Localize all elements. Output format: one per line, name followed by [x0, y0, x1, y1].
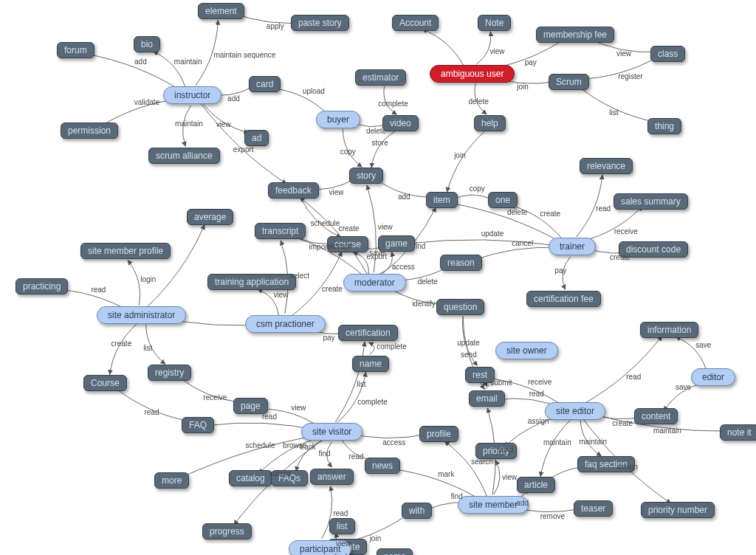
node-element[interactable]: element [198, 3, 244, 19]
node-more[interactable]: more [154, 472, 189, 489]
node-help[interactable]: help [474, 115, 506, 131]
node-scrum[interactable]: Scrum [549, 74, 589, 90]
edge-label-site_editor-faq_section: maintain [579, 438, 607, 446]
node-catalog[interactable]: catalog [229, 470, 272, 486]
edge-amb_user-help [475, 83, 487, 114]
node-with[interactable]: with [402, 503, 432, 519]
node-news[interactable]: news [365, 458, 400, 474]
node-site_admin[interactable]: site administrator [97, 306, 186, 324]
edge-moderator-story [367, 185, 376, 272]
node-practicing[interactable]: practicing [16, 278, 68, 294]
node-pri_number[interactable]: priority number [641, 502, 715, 518]
node-page[interactable]: page [233, 398, 268, 414]
edge-editor-content [664, 383, 704, 411]
node-note_it[interactable]: note it [720, 424, 756, 441]
node-csm_pract[interactable]: csm practioner [245, 315, 326, 333]
node-information[interactable]: information [640, 322, 698, 338]
edge-estimator-video [384, 86, 396, 114]
node-editor[interactable]: editor [691, 368, 735, 386]
node-transcript[interactable]: transcript [255, 223, 306, 239]
node-train_app[interactable]: training application [207, 274, 296, 290]
node-certification[interactable]: certification [338, 325, 398, 341]
edge-label-help-item: join [454, 151, 466, 159]
node-site_member[interactable]: site member [458, 496, 529, 514]
edge-label-editor-content: save [676, 383, 691, 391]
node-faqs[interactable]: FAQs [271, 470, 308, 486]
edge-label-membership-class: view [616, 49, 631, 58]
node-content[interactable]: content [634, 408, 678, 424]
edge-label-moderator-game: access [392, 263, 415, 271]
edge-label-amb_user-membership: pay [525, 58, 537, 66]
node-sales_sum[interactable]: sales summary [614, 193, 688, 210]
node-site_editor[interactable]: site editor [545, 402, 605, 420]
node-bio[interactable]: bio [134, 36, 160, 52]
edge-trainer-cert_fee [563, 257, 571, 289]
node-progress[interactable]: progress [202, 523, 252, 540]
node-faq[interactable]: FAQ [182, 417, 214, 433]
node-discount[interactable]: discount code [619, 241, 688, 258]
node-item[interactable]: item [426, 192, 458, 208]
node-rest[interactable]: rest [465, 367, 495, 383]
node-teaser[interactable]: teaser [574, 500, 613, 517]
node-game[interactable]: game [378, 235, 415, 252]
node-some_n[interactable]: some [377, 548, 413, 555]
edge-feedback-course_l [300, 197, 341, 238]
node-moderator[interactable]: moderator [343, 274, 406, 292]
node-participant[interactable]: participant [289, 540, 351, 555]
node-note[interactable]: Note [478, 15, 511, 31]
edge-label-moderator-question: identify [412, 300, 436, 308]
node-faq_section[interactable]: faq section [577, 456, 635, 472]
node-video[interactable]: video [382, 115, 419, 131]
edge-instructor-forum [85, 54, 183, 92]
node-course_u[interactable]: Course [83, 375, 127, 391]
node-estimator[interactable]: estimator [355, 69, 406, 86]
node-instructor[interactable]: instructor [163, 86, 221, 104]
node-account[interactable]: Account [392, 15, 439, 31]
edge-story-item [375, 179, 433, 197]
node-card[interactable]: card [249, 76, 281, 92]
node-feedback[interactable]: feedback [268, 182, 319, 199]
edge-label-moderator-reason: delete [418, 278, 438, 286]
node-article[interactable]: article [517, 477, 555, 493]
node-reason[interactable]: reason [440, 255, 482, 271]
edge-label-instructor-feedback: export [233, 145, 254, 154]
node-name[interactable]: name [352, 356, 389, 372]
edge-label-site_member-priority: view [502, 473, 517, 481]
node-ad[interactable]: ad [244, 130, 269, 146]
node-registry[interactable]: registry [148, 365, 191, 381]
edge-label-instructor-scrum_all: maintain [175, 120, 203, 128]
edge-instructor-scrum_all [183, 106, 191, 146]
node-site_visitor[interactable]: site visitor [301, 423, 362, 441]
node-answer[interactable]: answer [310, 469, 354, 485]
node-one[interactable]: one [488, 192, 518, 208]
node-site_mem_pr[interactable]: site member profile [80, 243, 171, 259]
node-site_owner[interactable]: site owner [495, 342, 558, 359]
node-buyer[interactable]: buyer [316, 111, 360, 128]
node-permission[interactable]: permission [61, 123, 118, 139]
node-average[interactable]: average [187, 209, 233, 225]
edge-label-site_editor-article: maintain [543, 438, 571, 447]
edge-label-instructor-card: add [227, 94, 240, 103]
node-cert_fee[interactable]: certification fee [526, 291, 601, 307]
node-class[interactable]: class [650, 46, 685, 62]
node-list[interactable]: list [329, 518, 355, 534]
node-story[interactable]: story [349, 168, 383, 184]
edge-video-story [371, 131, 395, 168]
node-scrum_all[interactable]: scrum alliance [148, 148, 220, 164]
node-course_l[interactable]: course [327, 236, 368, 252]
node-relevance[interactable]: relevance [580, 158, 633, 174]
edge-label-buyer-card: upload [303, 87, 325, 95]
node-priority[interactable]: priority [475, 443, 517, 459]
node-membership[interactable]: membership fee [536, 27, 614, 43]
node-paste_story[interactable]: paste story [291, 15, 349, 31]
node-profile[interactable]: profile [419, 426, 458, 442]
node-email[interactable]: email [469, 390, 505, 407]
edge-label-csm_pract-train_app: view [273, 291, 288, 299]
node-amb_user[interactable]: ambiguous user [430, 65, 515, 83]
node-thing[interactable]: thing [647, 118, 681, 134]
node-question[interactable]: question [436, 299, 484, 315]
node-forum[interactable]: forum [57, 42, 94, 58]
edge-name-certification [369, 342, 375, 354]
node-trainer[interactable]: trainer [549, 238, 596, 255]
edge-label-question-email: send [461, 351, 477, 359]
